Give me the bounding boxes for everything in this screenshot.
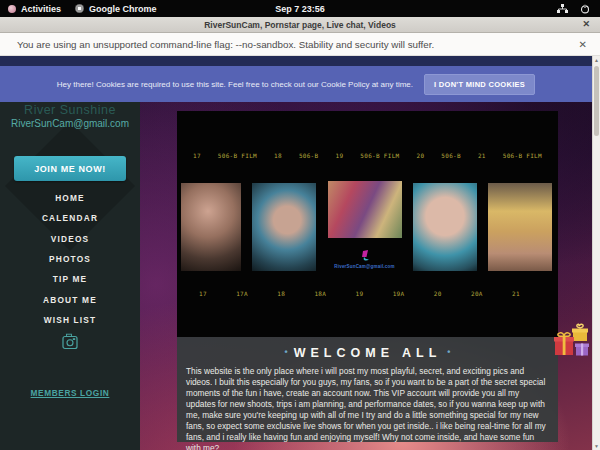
gift-boxes-icon [552, 322, 594, 366]
film-marking: 19 [356, 290, 364, 297]
warning-message: You are using an unsupported command-lin… [17, 39, 434, 50]
welcome-heading-text: WELCOME ALL [294, 346, 442, 360]
film-marking: 506-B [299, 152, 319, 159]
chrome-icon [75, 4, 84, 13]
desktop: Activities Google Chrome Sep 7 23:56 Riv… [0, 0, 600, 450]
sidebar: River Sunshine RiverSunCam@gmail.com JOI… [0, 102, 140, 450]
film-marking: 20 [434, 290, 442, 297]
instagram-camera-link[interactable] [0, 333, 140, 351]
welcome-paragraph: This website is the only place where i w… [186, 366, 549, 450]
warning-infobar: You are using an unsupported command-lin… [0, 33, 600, 56]
film-marking: 506-B FILM [503, 152, 542, 159]
thumbnail-center-group: RiverSunCam@gmail.com [328, 181, 402, 269]
watermark-logo-icon [357, 250, 373, 263]
chrome-app-label: Google Chrome [89, 4, 157, 14]
thumbnail-photo-2[interactable] [252, 183, 316, 271]
sidebar-item-tip-me[interactable]: TIP ME [0, 269, 140, 289]
scrollbar-up-arrow[interactable]: ▲ [593, 57, 600, 63]
film-markings-bottom: 17 17A 18 18A 19 19A 20 20A 21 [199, 290, 520, 297]
welcome-heading: •WELCOME ALL• [186, 346, 549, 360]
window-title-bar: RiverSunCam, Pornstar page, Live chat, V… [0, 17, 600, 33]
join-now-button[interactable]: JOIN ME NOW! [14, 156, 126, 181]
vertical-scrollbar[interactable]: ▲ ▼ [592, 56, 600, 450]
film-marking: 17 [199, 290, 207, 297]
sidebar-item-about-me[interactable]: ABOUT ME [0, 289, 140, 309]
site-email-link[interactable]: RiverSunCam@gmail.com [0, 118, 140, 129]
sidebar-item-videos[interactable]: VIDEOS [0, 229, 140, 249]
heading-dot-left: • [279, 347, 294, 357]
scrollbar-thumb[interactable] [594, 66, 599, 136]
network-icon[interactable] [557, 4, 568, 14]
cookie-notice-bar: Hey there! Cookies are required to use t… [0, 66, 592, 102]
film-marking: 21 [478, 152, 486, 159]
main-content: 17 506-B FILM 18 506-B 19 506-B FILM 20 … [177, 111, 558, 442]
film-marking: 506-B FILM [360, 152, 399, 159]
gifts-widget[interactable] [552, 322, 594, 366]
sidebar-item-wish-list[interactable]: WISH LIST [0, 310, 140, 330]
site-name: River Sunshine [0, 103, 140, 117]
film-marking: 506-B FILM [218, 152, 257, 159]
welcome-section: •WELCOME ALL• This website is the only p… [177, 337, 558, 442]
system-bar-left: Activities Google Chrome [0, 4, 157, 14]
cookie-accept-button[interactable]: I DON'T MIND COOKIES [424, 74, 535, 95]
activities-icon [8, 5, 16, 13]
activities-button[interactable]: Activities [8, 4, 61, 14]
system-bar-right [557, 4, 600, 14]
film-marking: 18 [277, 290, 285, 297]
watermark-text: RiverSunCam@gmail.com [334, 264, 394, 269]
thumbnail-photo-1[interactable] [181, 183, 241, 271]
chrome-app-menu[interactable]: Google Chrome [75, 4, 157, 14]
film-markings-top: 17 506-B FILM 18 506-B 19 506-B FILM 20 … [193, 152, 542, 159]
warning-close-button[interactable]: ✕ [579, 39, 587, 50]
film-marking: 17 [193, 152, 201, 159]
window-title: RiverSunCam, Pornstar page, Live chat, V… [204, 20, 396, 30]
system-top-bar: Activities Google Chrome Sep 7 23:56 [0, 0, 600, 17]
sidebar-item-calendar[interactable]: CALENDAR [0, 208, 140, 228]
film-marking: 20A [471, 290, 483, 297]
sidebar-item-photos[interactable]: PHOTOS [0, 249, 140, 269]
sidebar-menu: HOME CALENDAR VIDEOS PHOTOS TIP ME ABOUT… [0, 188, 140, 330]
thumbnail-photo-5[interactable] [488, 183, 552, 271]
page-top-strip [0, 56, 592, 66]
members-login-link[interactable]: MEMBERS LOGIN [0, 388, 140, 398]
film-marking: 20 [416, 152, 424, 159]
browser-viewport: Hey there! Cookies are required to use t… [0, 56, 600, 450]
film-marking: 18 [274, 152, 282, 159]
film-marking: 19 [335, 152, 343, 159]
filmstrip-gallery: 17 506-B FILM 18 506-B 19 506-B FILM 20 … [177, 111, 558, 337]
thumbnail-photo-3[interactable] [328, 181, 402, 238]
film-marking: 19A [393, 290, 405, 297]
activities-label: Activities [21, 4, 61, 14]
scrollbar-down-arrow[interactable]: ▼ [593, 443, 600, 449]
sidebar-item-home[interactable]: HOME [0, 188, 140, 208]
camera-icon [61, 333, 79, 351]
cookie-message: Hey there! Cookies are required to use t… [57, 80, 413, 89]
film-marking: 18A [314, 290, 326, 297]
film-marking: 21 [512, 290, 520, 297]
film-marking: 17A [236, 290, 248, 297]
power-icon[interactable] [580, 4, 590, 14]
thumbnail-row: RiverSunCam@gmail.com [181, 183, 552, 271]
thumbnail-photo-4[interactable] [413, 183, 477, 271]
heading-dot-right: • [441, 347, 456, 357]
film-marking: 506-B [441, 152, 461, 159]
window-close-button[interactable]: ✕ [582, 19, 590, 29]
